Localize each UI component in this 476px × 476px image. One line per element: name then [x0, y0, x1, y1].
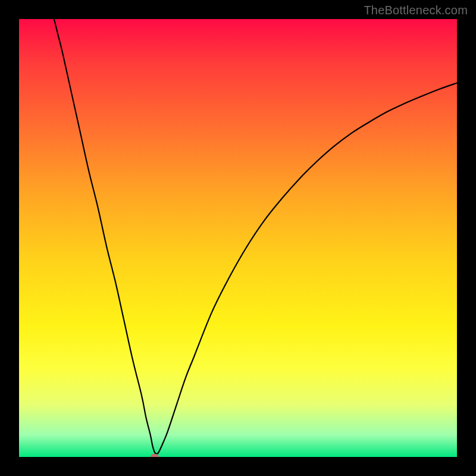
bottleneck-curve	[54, 19, 457, 454]
plot-area	[19, 19, 457, 457]
chart-frame: TheBottleneck.com	[0, 0, 476, 476]
curve-layer	[19, 19, 457, 457]
minimum-marker	[151, 454, 159, 457]
attribution-text: TheBottleneck.com	[364, 4, 468, 17]
